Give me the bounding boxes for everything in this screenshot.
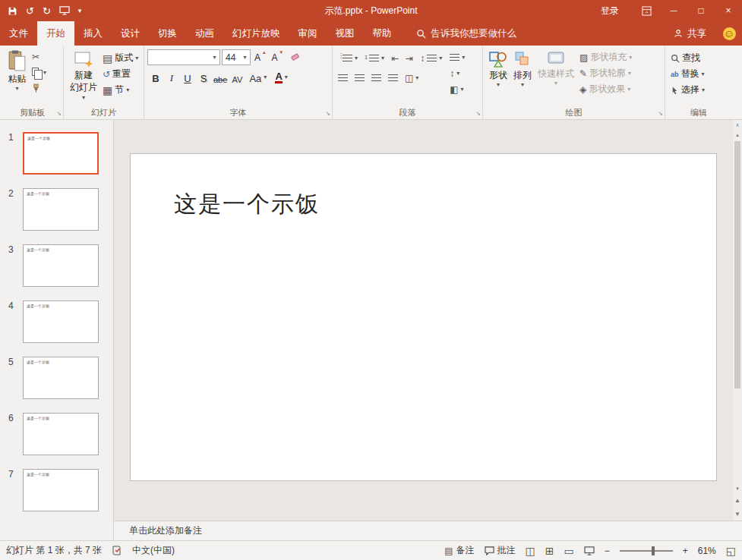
line-spacing-button[interactable]: ↕▾ [418, 50, 444, 66]
character-spacing-button[interactable]: AV [231, 70, 243, 84]
slide-thumbnail-6[interactable]: 6 这是一个示饭 [0, 413, 113, 455]
tab-file[interactable]: 文件 [0, 21, 37, 46]
justify-button[interactable] [386, 70, 400, 86]
scrollbar-thumb[interactable] [734, 141, 740, 389]
text-direction-button[interactable]: ▾ [447, 49, 467, 65]
tab-design[interactable]: 设计 [112, 21, 149, 46]
reading-view-button[interactable]: ▭ [564, 546, 573, 556]
scrollbar-track[interactable] [733, 140, 742, 483]
notes-toggle-button[interactable]: ▤备注 [444, 544, 474, 557]
font-dialog-launcher[interactable]: ↘ [325, 111, 330, 117]
layout-button[interactable]: ▤版式▾ [100, 50, 141, 66]
font-color-button[interactable]: A▾ [273, 69, 289, 85]
start-slideshow-button[interactable] [59, 6, 70, 15]
scroll-up-button[interactable]: ▴ [733, 130, 742, 140]
shape-outline-button[interactable]: ✎形状轮廓▾ [577, 65, 634, 81]
vertical-scrollbar[interactable]: ∧ ▴ ▾ ▲ ▼ [733, 120, 742, 521]
slide-thumbnail-7[interactable]: 7 这是一个示饭 [0, 469, 113, 511]
tab-slideshow[interactable]: 幻灯片放映 [223, 21, 289, 46]
clipboard-dialog-launcher[interactable]: ↘ [56, 111, 62, 117]
columns-button[interactable]: ◫▾ [403, 70, 421, 86]
zoom-out-button[interactable]: − [605, 546, 610, 556]
paste-button[interactable]: 粘贴 ▾ [5, 49, 30, 93]
font-size-select[interactable]: 44 ▾ [222, 49, 251, 65]
close-button[interactable]: × [715, 0, 742, 21]
arrange-button[interactable]: 排列 ▾ [510, 49, 535, 90]
save-button[interactable] [8, 6, 17, 16]
select-button[interactable]: 选择▾ [668, 82, 707, 98]
zoom-slider-thumb[interactable] [652, 546, 655, 555]
feedback-smiley-button[interactable]: ☺ [716, 21, 742, 46]
slide-title-text[interactable]: 这是一个示饭 [131, 154, 716, 220]
spell-check-button[interactable] [112, 546, 122, 555]
maximize-button[interactable]: □ [687, 0, 715, 21]
decrease-indent-button[interactable]: ⇤ [389, 50, 401, 66]
new-slide-button[interactable]: 新建 幻灯片 ▾ [67, 49, 100, 102]
convert-smartart-button[interactable]: ◧▾ [447, 81, 467, 97]
find-button[interactable]: 查找 [668, 50, 707, 66]
zoom-level[interactable]: 61% [698, 546, 716, 556]
slide-canvas[interactable]: 这是一个示饭 [130, 153, 717, 481]
zoom-in-button[interactable]: + [683, 546, 688, 556]
align-left-button[interactable] [336, 70, 350, 86]
tab-review[interactable]: 审阅 [289, 21, 327, 46]
share-button[interactable]: 共享 [664, 21, 716, 46]
slide-thumbnail-panel[interactable]: 1 这是一个示饭 2 这是一个示饭 3 这是一个示饭 4 这是一个示饭 5 这是… [0, 120, 114, 540]
slide-number-indicator[interactable]: 幻灯片 第 1 张，共 7 张 [6, 544, 102, 557]
fit-to-window-button[interactable]: ◱ [726, 546, 736, 556]
strikethrough-button[interactable]: abe [213, 70, 227, 84]
sign-in-button[interactable]: 登录 [587, 5, 633, 17]
tab-view[interactable]: 视图 [327, 21, 364, 46]
clear-formatting-button[interactable] [286, 49, 302, 65]
customize-qat-button[interactable]: ▾ [78, 8, 82, 14]
format-painter-button[interactable] [30, 80, 49, 96]
shapes-button[interactable]: 形状 ▾ [486, 49, 510, 90]
slide-sorter-view-button[interactable]: ⊞ [545, 546, 554, 556]
increase-font-size-button[interactable]: A▴ [252, 49, 268, 65]
tab-animations[interactable]: 动画 [186, 21, 223, 46]
cut-button[interactable]: ✂ [30, 49, 49, 64]
slide-thumbnail-3[interactable]: 3 这是一个示饭 [0, 244, 113, 287]
comments-toggle-button[interactable]: 批注 [485, 544, 516, 557]
slide-thumbnail-2[interactable]: 2 这是一个示饭 [0, 188, 113, 231]
previous-slide-button[interactable]: ▲ [733, 493, 742, 507]
tab-transitions[interactable]: 切换 [149, 21, 186, 46]
change-case-button[interactable]: Aa▾ [247, 69, 269, 85]
tab-home[interactable]: 开始 [37, 21, 74, 46]
tab-help[interactable]: 帮助 [364, 21, 401, 46]
slide-thumbnail-5[interactable]: 5 这是一个示饭 [0, 357, 113, 399]
notes-pane[interactable]: 单击此处添加备注 [114, 521, 742, 540]
normal-view-button[interactable]: ◫ [526, 546, 535, 556]
decrease-font-size-button[interactable]: A▾ [270, 49, 286, 65]
slideshow-view-button[interactable] [584, 546, 595, 555]
font-name-select[interactable]: ▾ [147, 49, 220, 65]
numbering-button[interactable]: ▾ [362, 50, 387, 66]
ribbon-display-options-button[interactable] [633, 0, 660, 21]
tab-insert[interactable]: 插入 [74, 21, 112, 46]
reset-button[interactable]: ↺重置 [100, 66, 141, 82]
align-center-button[interactable] [352, 70, 367, 86]
language-indicator[interactable]: 中文(中国) [132, 544, 175, 557]
collapse-ribbon-button[interactable]: ∧ [733, 120, 742, 130]
quick-styles-button[interactable]: 快速样式 ▾ [535, 49, 577, 88]
text-shadow-button[interactable]: S [197, 70, 210, 84]
increase-indent-button[interactable]: ⇥ [403, 50, 415, 66]
scroll-down-button[interactable]: ▾ [733, 483, 742, 493]
undo-button[interactable]: ↺ [26, 6, 34, 16]
slide-thumbnail-4[interactable]: 4 这是一个示饭 [0, 300, 113, 343]
bullets-button[interactable]: ▾ [336, 50, 360, 66]
align-text-button[interactable]: ↕▾ [447, 65, 467, 81]
italic-button[interactable]: I [166, 70, 178, 84]
slide-thumbnail-1[interactable]: 1 这是一个示饭 [0, 132, 113, 175]
minimize-button[interactable]: ─ [660, 0, 687, 21]
redo-button[interactable]: ↻ [43, 6, 51, 16]
tell-me-search[interactable]: 告诉我你想要做什么 [416, 21, 517, 46]
drawing-dialog-launcher[interactable]: ↘ [658, 111, 663, 117]
paragraph-dialog-launcher[interactable]: ↘ [475, 111, 481, 117]
underline-button[interactable]: U [182, 70, 194, 84]
copy-button[interactable]: ▾ [30, 64, 49, 80]
bold-button[interactable]: B [150, 70, 162, 84]
replace-button[interactable]: ab替换▾ [668, 66, 707, 82]
next-slide-button[interactable]: ▼ [733, 507, 742, 521]
zoom-slider[interactable] [620, 550, 673, 552]
